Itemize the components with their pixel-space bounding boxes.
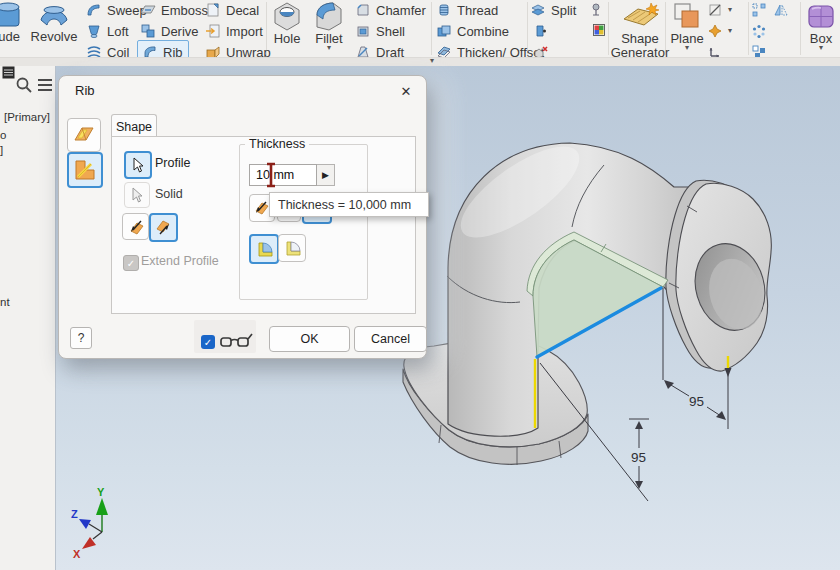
check-glyph: ✓ [127, 258, 135, 269]
rib-parallel-to-sketch-button[interactable] [67, 152, 103, 188]
fillet-dropdown-caret[interactable]: ▾ [327, 45, 331, 51]
help-button[interactable]: ? [70, 327, 92, 349]
mirror-icon [773, 2, 789, 18]
y-axis-arrow [96, 498, 108, 515]
ribbon-button-mirror[interactable] [773, 1, 789, 19]
plane-dropdown-caret[interactable]: ▾ [685, 45, 689, 51]
emboss-icon [140, 2, 156, 18]
browser-node-fragment[interactable]: ] [0, 144, 3, 156]
hole-icon [271, 1, 303, 31]
ribbon-button-ucs[interactable] [707, 43, 723, 57]
ribbon-label-thicken-offset: Thicken/ Offset [457, 45, 544, 58]
thickness-flyout-button[interactable]: ▶ [317, 164, 335, 186]
model-browser-panel: [Primary] o ] nt [0, 65, 56, 570]
ribbon-button-coil[interactable]: Coil [86, 43, 129, 57]
ribbon-button-box[interactable]: Box ▾ [802, 1, 840, 51]
cancel-button[interactable]: Cancel [354, 326, 427, 352]
ribbon-button-rib[interactable]: Rib [142, 43, 183, 57]
extrude-icon [0, 1, 24, 29]
ribbon-button-emboss[interactable]: Emboss [140, 1, 208, 19]
box-dropdown-caret[interactable]: ▾ [819, 45, 823, 51]
ok-button-label: OK [300, 332, 318, 346]
revolve-icon [36, 1, 72, 29]
derive-icon [140, 23, 156, 39]
ribbon-button-split[interactable]: Split [530, 1, 576, 19]
arrowhead [635, 421, 643, 429]
ribbon-button-thicken-offset[interactable]: Thicken/ Offset [436, 43, 544, 57]
ribbon-button-plane[interactable]: Plane ▾ [668, 1, 706, 51]
arrowhead [664, 380, 674, 389]
ribbon-button-delete-face[interactable] [533, 22, 549, 40]
ribbon-button-circular-pattern[interactable] [751, 22, 767, 40]
browser-node-fragment[interactable]: o [0, 129, 6, 141]
ribbon-separator [748, 2, 749, 55]
loft-icon [86, 23, 102, 39]
rib-normal-to-sketch-button[interactable] [67, 118, 101, 152]
ribbon-button-unstitch[interactable] [533, 43, 549, 57]
ribbon-button-hole[interactable]: Hole [267, 1, 307, 45]
ribbon-button-loft[interactable]: Loft [86, 22, 129, 40]
extend-profile-checkbox[interactable]: ✓ [123, 255, 139, 271]
direct-edit-icon [588, 2, 604, 18]
thread-icon [436, 2, 452, 18]
cursor-arrow-disabled-icon [129, 186, 145, 204]
fillet-icon [313, 1, 345, 31]
ribbon-button-draft[interactable]: Draft [355, 43, 404, 57]
ribbon-label-shape-generator-1: Shape [621, 32, 659, 45]
ribbon-button-thread[interactable]: Thread [436, 1, 498, 19]
preview-checkbox[interactable]: ✓ [201, 335, 215, 349]
dim-bottom-label: 95 [631, 450, 646, 465]
browser-node-fragment[interactable]: nt [0, 296, 10, 308]
ribbon-button-direct-edit[interactable] [588, 1, 604, 19]
ribbon-button-derive[interactable]: Derive [140, 22, 199, 40]
ribbon-panel-strip: ▾ [0, 57, 840, 66]
direction-2-button[interactable] [149, 213, 178, 242]
panel-expand-caret[interactable]: ▾ [430, 56, 434, 65]
ribbon-button-shell[interactable]: Shell [355, 22, 405, 40]
search-icon[interactable] [15, 76, 33, 94]
ribbon-label-rib: Rib [163, 45, 183, 58]
ribbon-button-unwrap[interactable]: Unwrap [205, 43, 271, 57]
profile-select-button[interactable] [124, 151, 152, 179]
ribbon-button-chamfer[interactable]: Chamfer [355, 1, 426, 19]
ribbon-button-sweep[interactable]: Sweep [86, 1, 147, 19]
rib-dialog: Rib ✕ Shape Profile Solid [58, 75, 427, 359]
ribbon-button-combine[interactable]: Combine [436, 22, 509, 40]
split-icon [530, 2, 546, 18]
browser-menu-icon[interactable] [2, 66, 15, 79]
ok-button[interactable]: OK [269, 326, 350, 352]
shell-icon [355, 23, 371, 39]
direction-2-icon [155, 219, 173, 237]
ribbon-button-revolve[interactable]: Revolve [27, 1, 81, 43]
ribbon-button-decal[interactable]: Decal [205, 1, 259, 19]
ribbon-button-appearance[interactable] [591, 21, 607, 39]
ribbon-button-fillet[interactable]: Fillet ▾ [309, 1, 349, 51]
ribbon-button-rectangular-pattern[interactable] [751, 1, 767, 19]
ribbon-button-shape-generator[interactable]: Shape Generator [612, 1, 668, 57]
text-cursor-ibeam [265, 162, 277, 188]
check-glyph: ✓ [204, 337, 212, 348]
browser-filter-menu-icon[interactable] [37, 78, 53, 92]
ribbon-label-loft: Loft [107, 24, 129, 39]
ribbon-label-decal: Decal [226, 3, 259, 18]
point-dropdown-caret[interactable]: ▾ [728, 28, 732, 34]
unstitch-icon [533, 44, 549, 57]
ribbon-button-sketch-pattern[interactable] [751, 43, 767, 57]
ribbon-button-axis[interactable]: ▾ [707, 1, 732, 19]
solid-select-button[interactable] [124, 182, 150, 208]
axis-dropdown-caret[interactable]: ▾ [728, 7, 732, 13]
close-icon[interactable]: ✕ [396, 81, 416, 101]
extent-to-next-button[interactable] [249, 234, 279, 264]
tab-shape[interactable]: Shape [111, 114, 157, 138]
ribbon-button-import[interactable]: Import [205, 22, 263, 40]
extent-finite-button[interactable] [278, 234, 306, 262]
thickness-input[interactable]: 10 mm [249, 164, 317, 186]
browser-node-fragment[interactable]: [Primary] [4, 111, 50, 123]
tab-shape-label: Shape [116, 120, 152, 134]
outlet-flange[interactable] [666, 180, 775, 371]
ribbon-button-point[interactable]: ▾ [707, 22, 732, 40]
direction-1-button[interactable] [122, 213, 149, 240]
flyout-arrow-icon: ▶ [322, 170, 329, 180]
ribbon-label-thread: Thread [457, 3, 498, 18]
ribbon-button-extrude[interactable]: rude [0, 1, 30, 43]
